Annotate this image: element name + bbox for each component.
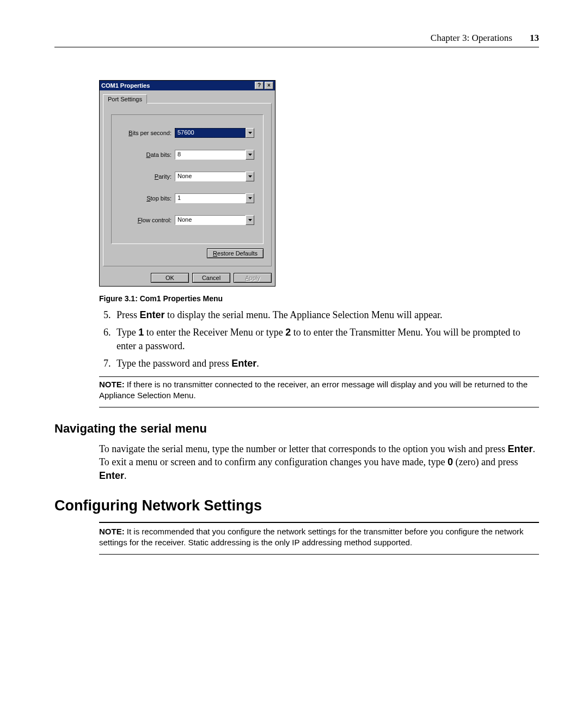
- stopbits-input[interactable]: 1: [175, 193, 246, 203]
- field-flow-control: Flow control: None: [120, 215, 254, 225]
- settings-group: Bits per second: 57600 Data bits: 8 Pari…: [111, 114, 264, 244]
- bps-label: Bits per second:: [120, 130, 175, 136]
- chevron-down-icon[interactable]: [246, 193, 254, 203]
- restore-defaults-button[interactable]: Restore Defaults: [207, 248, 264, 258]
- stopbits-combo[interactable]: 1: [175, 193, 254, 203]
- step-5: Press Enter to display the serial menu. …: [113, 308, 539, 321]
- page-header: Chapter 3: Operations 13: [54, 33, 539, 44]
- parity-input[interactable]: None: [175, 172, 246, 181]
- chevron-down-icon[interactable]: [246, 172, 254, 181]
- chapter-label: Chapter 3: Operations: [431, 33, 512, 44]
- restore-row: Restore Defaults: [111, 248, 264, 258]
- cancel-button[interactable]: Cancel: [192, 273, 230, 283]
- flow-combo[interactable]: None: [175, 215, 254, 225]
- chevron-down-icon[interactable]: [246, 128, 254, 138]
- com1-properties-dialog: COM1 Properties ? × Port Settings Bits p…: [99, 80, 275, 287]
- step-7: Type the password and press Enter.: [113, 357, 539, 370]
- heading-configuring: Configuring Network Settings: [54, 497, 539, 514]
- dialog-button-row: OK Cancel Apply: [100, 270, 275, 286]
- note-rule-top: [99, 376, 539, 377]
- page-number: 13: [530, 33, 539, 44]
- parity-label: Parity:: [120, 173, 175, 180]
- field-data-bits: Data bits: 8: [120, 150, 254, 160]
- svg-marker-0: [248, 132, 252, 134]
- note-rule-bottom: [99, 407, 539, 407]
- databits-input[interactable]: 8: [175, 150, 246, 160]
- close-icon[interactable]: ×: [265, 82, 273, 89]
- field-parity: Parity: None: [120, 172, 254, 181]
- parity-combo[interactable]: None: [175, 172, 254, 181]
- header-rule: [54, 47, 539, 47]
- note-2: NOTE: It is recommended that you configu…: [99, 526, 539, 547]
- chevron-down-icon[interactable]: [246, 150, 254, 160]
- bps-combo[interactable]: 57600: [175, 128, 254, 138]
- heading-navigating: Navigating the serial menu: [54, 422, 539, 436]
- dialog-titlebar[interactable]: COM1 Properties ? ×: [100, 81, 275, 90]
- help-icon[interactable]: ?: [255, 82, 264, 89]
- flow-input[interactable]: None: [175, 215, 246, 225]
- apply-button[interactable]: Apply: [234, 273, 272, 283]
- figure-caption: Figure 3.1: Com1 Properties Menu: [99, 294, 539, 303]
- databits-label: Data bits:: [120, 151, 175, 158]
- svg-marker-3: [248, 197, 252, 199]
- tab-strip: Port Settings: [100, 90, 275, 103]
- svg-marker-4: [248, 219, 252, 221]
- stopbits-label: Stop bits:: [120, 195, 175, 202]
- tab-port-settings[interactable]: Port Settings: [103, 94, 147, 104]
- bps-input[interactable]: 57600: [175, 128, 246, 138]
- ok-button[interactable]: OK: [151, 273, 189, 283]
- steps-list: Press Enter to display the serial menu. …: [99, 308, 539, 370]
- svg-marker-2: [248, 175, 252, 178]
- note2-rule-bottom: [99, 554, 539, 555]
- field-bits-per-second: Bits per second: 57600: [120, 128, 254, 138]
- field-stop-bits: Stop bits: 1: [120, 193, 254, 203]
- databits-combo[interactable]: 8: [175, 150, 254, 160]
- chevron-down-icon[interactable]: [246, 215, 254, 225]
- flow-label: Flow control:: [120, 217, 175, 223]
- step-6: Type 1 to enter the Receiver Menu or typ…: [113, 326, 539, 352]
- navigating-paragraph: To navigate the serial menu, type the nu…: [99, 442, 539, 482]
- tab-panel: Bits per second: 57600 Data bits: 8 Pari…: [103, 103, 272, 266]
- svg-marker-1: [248, 154, 252, 156]
- note-1: NOTE: If there is no transmitter connect…: [99, 379, 539, 400]
- note2-rule-top: [99, 522, 539, 523]
- dialog-title: COM1 Properties: [101, 82, 254, 89]
